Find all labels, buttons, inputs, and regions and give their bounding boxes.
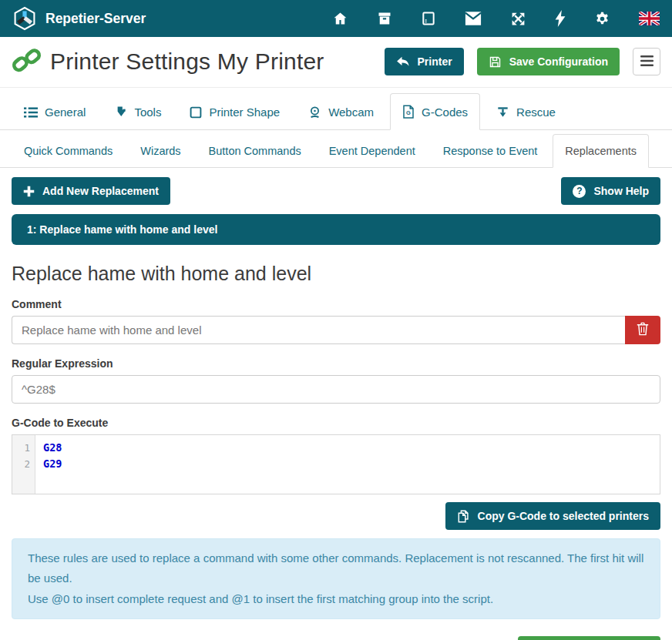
tab-label: Tools	[134, 106, 161, 119]
extruder-icon	[114, 106, 127, 119]
tab-webcam[interactable]: Webcam	[296, 94, 386, 130]
comment-label: Comment	[12, 298, 660, 310]
home-icon[interactable]	[332, 11, 348, 26]
line-number: 1	[12, 440, 30, 456]
tab-label: Webcam	[328, 106, 374, 119]
comment-input[interactable]	[12, 316, 625, 344]
tab-tools[interactable]: Tools	[102, 94, 173, 130]
hotend-icon	[496, 106, 509, 119]
editor-line-numbers: 1 2	[12, 435, 35, 494]
uk-flag-icon[interactable]	[639, 12, 660, 25]
editor-code-area[interactable]: G28 G29	[35, 435, 660, 494]
top-navbar: Repetier-Server	[0, 0, 672, 37]
show-help-button[interactable]: ? Show Help	[561, 177, 660, 205]
subtab-button-commands[interactable]: Button Commands	[197, 134, 314, 168]
subtab-replacements[interactable]: Replacements	[553, 134, 649, 168]
replacement-accordion-header[interactable]: 1: Replace hame with home and level	[12, 214, 660, 245]
brand-label: Repetier-Server	[45, 11, 146, 27]
list-icon	[24, 106, 38, 119]
navbar-icons	[332, 10, 660, 27]
trash-icon	[637, 322, 649, 338]
comment-input-group	[12, 316, 660, 344]
hamburger-icon	[640, 55, 654, 69]
svg-text:G: G	[406, 109, 411, 116]
bolt-icon[interactable]	[555, 10, 566, 27]
webcam-icon	[308, 106, 321, 119]
tab-label: Rescue	[516, 106, 556, 119]
footer-actions: Save Configuration	[12, 636, 660, 640]
tab-rescue[interactable]: Rescue	[484, 94, 568, 130]
delete-replacement-button[interactable]	[625, 316, 660, 344]
plus-icon	[23, 186, 35, 197]
tab-label: Printer Shape	[209, 106, 280, 119]
square-outline-icon	[190, 106, 202, 119]
tab-g-codes[interactable]: G G-Codes	[390, 93, 480, 130]
save-configuration-button-bottom[interactable]: Save Configuration	[518, 636, 660, 640]
printer-button[interactable]: Printer	[385, 48, 464, 75]
tab-label: G-Codes	[422, 106, 468, 119]
page-title: Printer Settings My Printer	[50, 49, 324, 75]
subtab-wizards[interactable]: Wizards	[128, 134, 193, 168]
gear-icon[interactable]	[594, 11, 610, 27]
copy-gcode-button[interactable]: Copy G-Code to selected printers	[445, 502, 660, 530]
tablet-icon[interactable]	[421, 11, 436, 26]
gcode-editor[interactable]: 1 2 G28 G29	[12, 434, 660, 494]
line-number: 2	[12, 456, 30, 472]
subtab-event-dependent[interactable]: Event Dependent	[317, 134, 428, 168]
back-arrow-icon	[396, 56, 410, 68]
code-line: G29	[43, 456, 660, 472]
link-chain-icon	[12, 45, 42, 78]
subtab-response-to-event[interactable]: Response to Event	[431, 134, 550, 168]
copy-row: Copy G-Code to selected printers	[12, 502, 660, 530]
header-menu-button[interactable]	[633, 48, 660, 75]
regex-label: Regular Expression	[12, 357, 660, 370]
gcode-subtabs: Quick Commands Wizards Button Commands E…	[0, 130, 672, 168]
expand-arrows-icon[interactable]	[510, 11, 526, 27]
tab-general[interactable]: General	[12, 94, 98, 130]
gcode-label: G-Code to Execute	[12, 417, 660, 429]
subtab-quick-commands[interactable]: Quick Commands	[12, 134, 125, 168]
replacements-info-alert: These rules are used to replace a comman…	[12, 538, 660, 619]
mail-icon[interactable]	[465, 12, 482, 25]
printer-box-icon[interactable]	[377, 11, 392, 26]
info-line-2: Use @0 to insert complete request and @1…	[28, 589, 644, 609]
add-new-replacement-button[interactable]: Add New Replacement	[12, 177, 170, 205]
floppy-icon	[489, 55, 502, 69]
settings-tabs: General Tools Printer Shape Webcam G G-C…	[0, 88, 672, 130]
tab-label: General	[45, 106, 86, 119]
replacement-heading: Replace hame with home and level	[12, 263, 660, 285]
info-line-1: These rules are used to replace a comman…	[28, 548, 644, 589]
repetier-logo-icon	[12, 6, 37, 31]
brand[interactable]: Repetier-Server	[12, 6, 146, 31]
page-header: Printer Settings My Printer Printer Save…	[0, 37, 672, 88]
question-circle-icon: ?	[573, 185, 586, 198]
save-configuration-button-top[interactable]: Save Configuration	[477, 48, 620, 75]
replacements-toolbar: Add New Replacement ? Show Help	[12, 177, 660, 205]
regex-input-row	[12, 375, 660, 404]
tab-printer-shape[interactable]: Printer Shape	[177, 94, 292, 130]
copy-icon	[457, 510, 470, 523]
gcode-file-icon: G	[402, 105, 415, 119]
code-line: G28	[43, 440, 660, 456]
regex-input[interactable]	[12, 375, 660, 404]
